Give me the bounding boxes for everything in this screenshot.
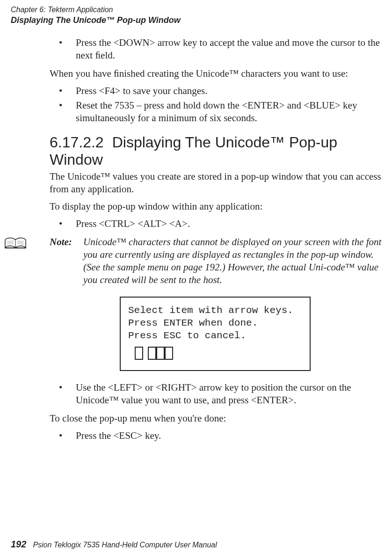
bullet-list-1: Press the <DOWN> arrow key to accept the… — [50, 36, 386, 62]
note-text: Unicode™ characters that cannot be displ… — [83, 236, 386, 286]
sample-line: Press ENTER when done. — [128, 317, 302, 329]
list-item: Reset the 7535 – press and hold down the… — [50, 99, 386, 124]
paragraph: To display the pop-up window within any … — [50, 200, 386, 213]
manual-title: Psion Teklogix 7535 Hand-Held Computer U… — [33, 541, 217, 549]
sample-line: Select item with arrow keys. — [128, 304, 302, 317]
sample-popup-box: Select item with arrow keys. Press ENTER… — [120, 297, 311, 371]
heading-number: 6.17.2.2 — [50, 134, 104, 151]
page-footer: 192Psion Teklogix 7535 Hand-Held Compute… — [11, 539, 217, 550]
bullet-list-5: Press the <ESC> key. — [50, 429, 386, 442]
paragraph: The Unicode™ values you create are store… — [50, 170, 386, 196]
list-item: Press the <DOWN> arrow key to accept the… — [50, 36, 386, 62]
placeholder-glyph-icon — [156, 347, 165, 360]
header-chapter: Chapter 6: Tekterm Application — [11, 5, 181, 15]
placeholder-glyph-icon — [165, 347, 173, 360]
paragraph: When you have ﬁnished creating the Unico… — [50, 67, 386, 80]
paragraph: To close the pop-up menu when you're don… — [50, 412, 386, 425]
placeholder-glyph-icon — [148, 347, 156, 360]
note-block: Note: Unicode™ characters that cannot be… — [0, 236, 386, 286]
list-item: Press <F4> to save your changes. — [50, 85, 386, 97]
page: Chapter 6: Tekterm Application Displayin… — [0, 0, 392, 560]
note-label: Note: — [50, 236, 83, 286]
bullet-list-2: Press <F4> to save your changes. Reset t… — [50, 85, 386, 124]
section-heading: 6.17.2.2Displaying The Unicode™ Pop-up W… — [50, 134, 386, 168]
page-number: 192 — [11, 539, 26, 549]
bullet-list-4: Use the <LEFT> or <RIGHT> arrow key to p… — [50, 381, 386, 407]
list-item: Press the <ESC> key. — [50, 429, 386, 442]
bullet-list-3: Press <CTRL> <ALT> <A>. — [50, 218, 386, 230]
placeholder-glyph-icon — [135, 347, 143, 360]
list-item: Use the <LEFT> or <RIGHT> arrow key to p… — [50, 381, 386, 407]
header-section: Displaying The Unicode™ Pop-up Window — [11, 15, 181, 25]
page-content: Press the <DOWN> arrow key to accept the… — [50, 36, 386, 448]
open-book-icon — [4, 237, 27, 251]
list-item: Press <CTRL> <ALT> <A>. — [50, 218, 386, 230]
sample-glyph-row — [128, 347, 302, 360]
sample-line: Press ESC to cancel. — [128, 329, 302, 342]
running-header: Chapter 6: Tekterm Application Displayin… — [11, 5, 181, 25]
